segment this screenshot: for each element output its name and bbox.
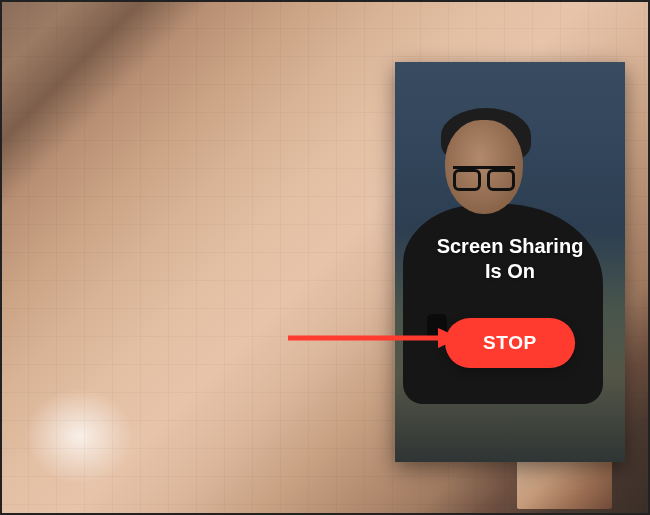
screen-sharing-status-label: Screen Sharing Is On [395, 234, 625, 284]
screen-sharing-pip: Screen Sharing Is On STOP [395, 62, 625, 462]
stop-button[interactable]: STOP [445, 318, 575, 368]
